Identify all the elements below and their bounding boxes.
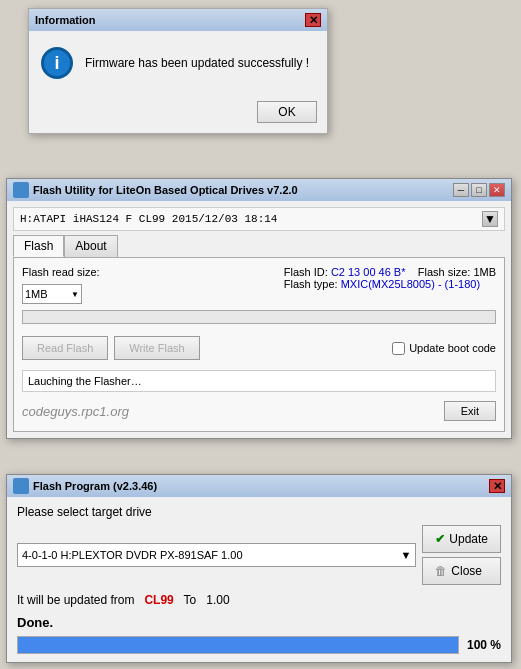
fp-to-label: To [184,593,197,607]
tabs-bar: Flash About [13,235,505,257]
flash-utility-title: Flash Utility for LiteOn Based Optical D… [33,184,298,196]
information-dialog: Information ✕ i Firmware has been update… [28,8,328,134]
flash-utility-controls: ─ □ ✕ [453,183,505,197]
select-arrow-icon: ▼ [71,290,79,299]
flash-type-line: Flash type: MXIC(MX25L8005) - (1-180) [284,278,496,290]
update-boot-code-label: Update boot code [409,342,496,354]
fp-action-buttons: ✔ Update 🗑 Close [422,525,501,585]
close-icon: ✕ [309,14,318,27]
fp-update-info-prefix: It will be updated from [17,593,134,607]
select-drive-label: Please select target drive [17,505,501,519]
flash-left-panel: Flash read size: 1MB ▼ [22,266,100,304]
flash-utility-icon [13,182,29,198]
flash-read-size-select[interactable]: 1MB ▼ [22,284,82,304]
check-icon: ✔ [435,532,445,546]
flash-read-size-label: Flash read size: [22,266,100,278]
update-boot-code-row: Update boot code [392,342,496,355]
flash-read-size-value: 1MB [25,288,48,300]
fp-update-label: Update [449,532,488,546]
flash-tab-content: Flash read size: 1MB ▼ Flash ID: C2 13 0… [13,257,505,432]
drive-selection-row: 4-0-1-0 H:PLEXTOR DVDR PX-891SAF 1.00 ▼ … [17,525,501,585]
ok-button[interactable]: OK [257,101,317,123]
close-button[interactable]: ✕ [489,183,505,197]
info-dialog-footer: OK [29,95,327,133]
fp-close-button[interactable]: 🗑 Close [422,557,501,585]
flash-program-close-button[interactable]: ✕ [489,479,505,493]
flash-progress-bar [22,310,496,324]
fp-update-info: It will be updated from CL99 To 1.00 [17,593,501,607]
fp-close-label: Close [451,564,482,578]
flash-type-label: Flash type: [284,278,338,290]
trash-icon: 🗑 [435,564,447,578]
flash-program-icon [13,478,29,494]
flash-program-content: Please select target drive 4-0-1-0 H:PLE… [7,497,511,662]
flash-id-value: C2 13 00 46 B* [331,266,406,278]
info-dialog-titlebar: Information ✕ [29,9,327,31]
flash-size-label: Flash size: [418,266,471,278]
flash-size-value: 1MB [473,266,496,278]
flash-program-titlebar: Flash Program (v2.3.46) ✕ [7,475,511,497]
status-text: Lauching the Flasher… [22,370,496,392]
read-flash-button[interactable]: Read Flash [22,336,108,360]
fp-progress-fill [18,637,458,653]
flash-program-title-left: Flash Program (v2.3.46) [13,478,157,494]
fp-progress-wrap: 100 % [17,636,501,654]
flash-program-window: Flash Program (v2.3.46) ✕ Please select … [6,474,512,663]
info-dialog-body: i Firmware has been updated successfully… [29,31,327,95]
drive-info-bar: H:ATAPI iHAS124 F CL99 2015/12/03 18:14 … [13,207,505,231]
tab-about[interactable]: About [64,235,117,257]
update-boot-code-checkbox[interactable] [392,342,405,355]
info-dialog-close-button[interactable]: ✕ [305,13,321,27]
flash-utility-content: H:ATAPI iHAS124 F CL99 2015/12/03 18:14 … [7,201,511,438]
flash-program-title: Flash Program (v2.3.46) [33,480,157,492]
exit-button[interactable]: Exit [444,401,496,421]
flash-type-value: MXIC(MX25L8005) - (1-180) [341,278,480,290]
flash-utility-window: Flash Utility for LiteOn Based Optical D… [6,178,512,439]
fp-from-version: CL99 [144,593,173,607]
info-dialog-title: Information [35,14,96,26]
flash-utility-title-left: Flash Utility for LiteOn Based Optical D… [13,182,298,198]
flash-info-row: Flash read size: 1MB ▼ Flash ID: C2 13 0… [22,266,496,304]
minimize-button[interactable]: ─ [453,183,469,197]
drive-select-dropdown[interactable]: 4-0-1-0 H:PLEXTOR DVDR PX-891SAF 1.00 ▼ [17,543,416,567]
drive-dropdown-arrow[interactable]: ▼ [482,211,498,227]
fp-update-button[interactable]: ✔ Update [422,525,501,553]
watermark-text: codeguys.rpc1.org [22,404,129,419]
tab-flash[interactable]: Flash [13,235,64,257]
fp-close-icon: ✕ [493,480,502,493]
fp-done-label: Done. [17,615,501,630]
drive-select-arrow-icon: ▼ [400,549,411,561]
info-dialog-message: Firmware has been updated successfully ! [85,56,309,70]
drive-select-value: 4-0-1-0 H:PLEXTOR DVDR PX-891SAF 1.00 [22,549,243,561]
drive-info-text: H:ATAPI iHAS124 F CL99 2015/12/03 18:14 [20,213,277,225]
fp-to-version: 1.00 [206,593,229,607]
flash-right-panel: Flash ID: C2 13 00 46 B* Flash size: 1MB… [284,266,496,290]
fp-progress-bar [17,636,459,654]
write-flash-button[interactable]: Write Flash [114,336,199,360]
flash-id-line: Flash ID: C2 13 00 46 B* Flash size: 1MB [284,266,496,278]
action-buttons: Read Flash Write Flash [22,336,200,360]
action-row: Read Flash Write Flash Update boot code [22,330,496,366]
flash-id-label: Flash ID: [284,266,328,278]
restore-button[interactable]: □ [471,183,487,197]
info-icon: i [41,47,73,79]
fp-percent-label: 100 % [467,638,501,652]
flash-utility-titlebar: Flash Utility for LiteOn Based Optical D… [7,179,511,201]
